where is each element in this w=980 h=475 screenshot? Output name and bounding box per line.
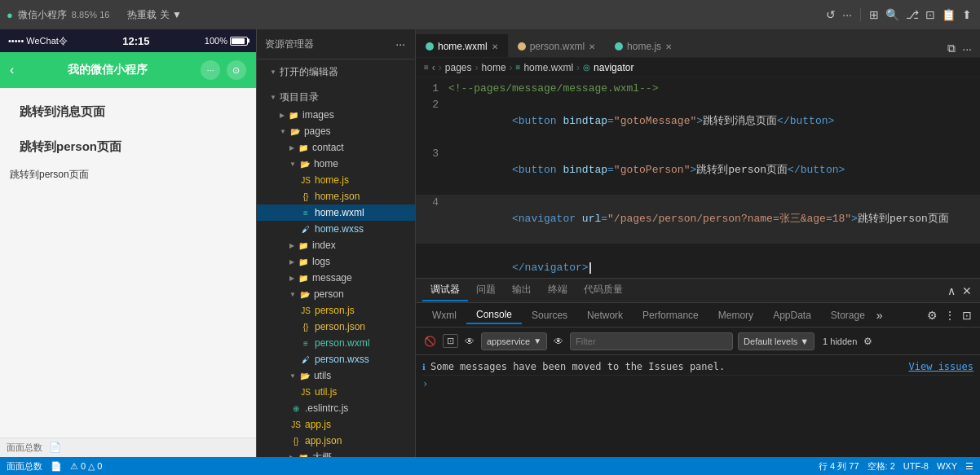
settings-btn[interactable]: ⚙	[925, 307, 939, 323]
file-person-js[interactable]: JS person.js	[257, 302, 415, 319]
devtools-tab-quality[interactable]: 代码质量	[576, 279, 631, 301]
tab-storage[interactable]: Storage	[821, 307, 875, 323]
code-editor[interactable]: 1 <!--pages/message/message.wxml--> 2 <b…	[416, 77, 980, 278]
person-json-icon: {}	[299, 320, 312, 333]
file-eslintrc[interactable]: ⊕ .eslintrc.js	[257, 400, 415, 416]
grid-btn[interactable]: ⊞	[867, 7, 881, 23]
person-wxml-icon: ≡	[299, 336, 312, 350]
view-issues-link[interactable]: View issues	[909, 361, 973, 372]
tab-home-js[interactable]: home.js ✕	[605, 34, 682, 57]
folder-dage[interactable]: ▶ 📁 大概	[257, 449, 415, 457]
folder-person[interactable]: ▼ 📂 person	[257, 286, 415, 302]
split-editor-btn[interactable]: ⧉	[946, 40, 957, 57]
code-line-3: 3 <button bindtap="gotoPerson">跳转到person…	[416, 146, 980, 195]
file-home-js[interactable]: JS home.js	[257, 172, 415, 188]
console-clear-btn[interactable]: 🚫	[422, 334, 438, 349]
extensions-btn[interactable]: 📋	[940, 7, 957, 23]
file-person-json[interactable]: {} person.json	[257, 319, 415, 335]
tab-home-js-close[interactable]: ✕	[665, 42, 672, 51]
home-json-label: home.json	[315, 191, 360, 202]
folder-contact[interactable]: ▶ 📁 contact	[257, 139, 415, 156]
file-app-js[interactable]: JS app.js	[257, 416, 415, 433]
phone-time: 12:15	[122, 35, 149, 47]
phone-menu-btn[interactable]: ···	[201, 60, 220, 80]
refresh-btn[interactable]: ↺	[824, 7, 837, 23]
tab-home-wxml-close[interactable]: ✕	[492, 42, 498, 51]
upload-btn[interactable]: ⬆	[960, 7, 973, 23]
devtools-close-btn[interactable]: ✕	[960, 283, 973, 299]
folder-home[interactable]: ▼ 📂 home	[257, 156, 415, 172]
log-level-selector[interactable]: Default levels ▼	[738, 332, 814, 350]
folder-pages[interactable]: ▼ 📂 pages	[257, 123, 415, 139]
tab-performance[interactable]: Performance	[633, 307, 709, 323]
editor-tabs: home.wxml ✕ person.wxml ✕ home.js ✕ ⧉ ··…	[416, 29, 980, 58]
folder-utils[interactable]: ▼ 📂 utils	[257, 367, 415, 384]
console-prompt: ›	[422, 376, 973, 392]
service-label: appservice	[487, 336, 530, 346]
service-selector[interactable]: appservice ▼	[481, 332, 547, 350]
explorer-more-btn[interactable]: ···	[394, 36, 407, 52]
home-chevron: ▼	[289, 161, 296, 168]
project-header[interactable]: ▼ 项目目录	[257, 88, 415, 107]
dage-label: 大概	[312, 451, 332, 457]
tab-sources[interactable]: Sources	[522, 307, 577, 323]
folder-message[interactable]: ▶ 📁 message	[257, 270, 415, 286]
folder-index[interactable]: ▶ 📁 index	[257, 237, 415, 253]
search-btn[interactable]: 🔍	[884, 7, 901, 23]
console-filter-input[interactable]	[570, 332, 733, 350]
phone-signal: ••••• WeChat令	[8, 35, 68, 47]
goto-message-btn[interactable]: 跳转到消息页面	[10, 98, 246, 126]
file-util-js[interactable]: JS util.js	[257, 384, 415, 400]
console-filter-eye-btn[interactable]: 👁	[463, 334, 476, 349]
home-wxss-label: home.wxss	[315, 223, 364, 235]
file-person-wxml[interactable]: ≡ person.wxml	[257, 335, 415, 351]
breadcrumb-back-btn[interactable]: ‹	[432, 62, 435, 73]
more-btn[interactable]: ···	[841, 7, 854, 23]
console-eye-btn[interactable]: 👁	[552, 334, 565, 349]
file-person-wxss[interactable]: 🖌 person.wxss	[257, 351, 415, 367]
file-home-json[interactable]: {} home.json	[257, 188, 415, 205]
file-home-wxml[interactable]: ≡ home.wxml	[257, 205, 415, 221]
devtools-tab-debugger[interactable]: 调试器	[422, 279, 468, 301]
source-ctrl-btn[interactable]: ⎇	[904, 7, 920, 23]
tab-network[interactable]: Network	[577, 307, 633, 323]
devtools-tab-terminal[interactable]: 终端	[540, 279, 576, 301]
file-home-wxss[interactable]: 🖌 home.wxss	[257, 221, 415, 237]
tab-wxml[interactable]: Wxml	[422, 307, 466, 323]
inner-expand-btn[interactable]: ⊡	[960, 307, 973, 323]
folder-logs[interactable]: ▶ 📁 logs	[257, 253, 415, 270]
breadcrumb: ≡ ‹ › pages › home › ≡ home.wxml › ◎ nav…	[416, 58, 980, 77]
status-page-icon: 📄	[51, 461, 62, 472]
more-tabs-btn[interactable]: ···	[960, 41, 973, 57]
images-chevron: ▶	[280, 112, 285, 119]
tab-actions: ⧉ ···	[946, 40, 980, 57]
tab-person-wxml-close[interactable]: ✕	[589, 42, 595, 51]
message-folder-icon: 📁	[297, 271, 310, 284]
tab-memory[interactable]: Memory	[709, 307, 763, 323]
battery-fill	[232, 38, 245, 44]
inner-more-btn[interactable]: ⋮	[942, 307, 957, 323]
status-cursor-pos: 行 4 列 77	[819, 460, 859, 473]
tab-home-wxml[interactable]: home.wxml ✕	[416, 34, 508, 57]
open-editors-header[interactable]: ▼ 打开的编辑器	[257, 63, 415, 81]
console-toggle-btn[interactable]: ⊡	[443, 334, 458, 348]
phone-title: 我的微信小程序	[68, 63, 148, 77]
devtools-tab-issues[interactable]: 问题	[468, 279, 504, 301]
tab-appdata[interactable]: AppData	[763, 307, 821, 323]
status-left: 面面总数 📄 ⚠ 0 △ 0	[7, 460, 102, 473]
console-info-icon: ℹ	[422, 363, 426, 372]
file-app-json[interactable]: {} app.json	[257, 433, 415, 449]
tab-console[interactable]: Console	[466, 306, 522, 324]
phone-action-btn[interactable]: ⊙	[227, 60, 246, 80]
folder-images[interactable]: ▶ 📁 images	[257, 107, 415, 123]
console-settings-btn[interactable]: ⚙	[862, 334, 874, 349]
person-wxss-icon: 🖌	[299, 353, 312, 366]
hot-reload-btn[interactable]: 热重载 关 ▼	[124, 7, 185, 24]
devtools-collapse-btn[interactable]: ∧	[946, 283, 957, 299]
breadcrumb-home: home	[482, 62, 506, 73]
more-inner-tabs-btn[interactable]: »	[875, 307, 885, 323]
devtools-tab-output[interactable]: 输出	[504, 279, 540, 301]
goto-person-btn[interactable]: 跳转到person页面	[10, 133, 246, 161]
tab-person-wxml[interactable]: person.wxml ✕	[508, 34, 605, 57]
debug-btn[interactable]: ⊡	[924, 7, 937, 23]
